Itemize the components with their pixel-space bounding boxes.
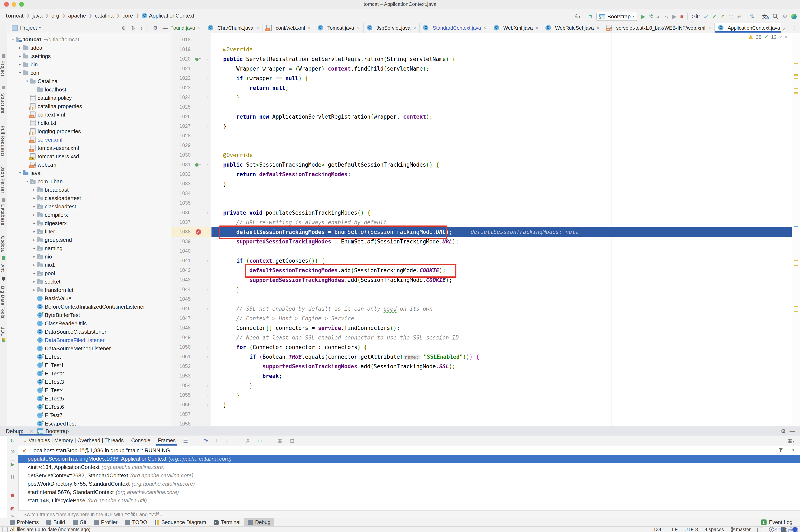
prev-problem-icon[interactable]: ˅ — [779, 34, 782, 40]
chevron-down-icon[interactable]: ▾ — [17, 171, 23, 175]
project-tree-item[interactable]: XStomcat-users.xsd — [7, 152, 171, 160]
tab-close-icon[interactable]: × — [308, 25, 311, 30]
code-line-1033[interactable]: 1033▵} — [171, 179, 792, 189]
step-out-icon[interactable]: ↑ — [236, 438, 238, 443]
mute-breakpoints-icon[interactable] — [7, 507, 18, 512]
project-tree-item[interactable]: CELTest4 — [7, 386, 171, 394]
search-icon[interactable] — [772, 13, 779, 19]
code-line-1018[interactable]: 1018 — [171, 35, 792, 45]
project-tree-item[interactable]: ▾Catalina — [7, 77, 171, 85]
chevron-right-icon[interactable]: ▸ — [31, 288, 37, 292]
code-line-1054[interactable]: 1054▵ } — [171, 381, 792, 391]
tab-frames[interactable]: Frames — [158, 438, 176, 443]
tab-close-icon[interactable]: × — [256, 25, 259, 30]
fold-marker[interactable]: ▿ — [203, 54, 212, 64]
chevron-down-icon[interactable]: ▾ — [17, 71, 23, 75]
chevron-right-icon[interactable]: ▸ — [31, 221, 37, 225]
code-line-1040[interactable]: 1040 — [171, 246, 792, 256]
project-tree-item[interactable]: <>server.xml — [7, 135, 171, 144]
chevron-right-icon[interactable]: ▸ — [17, 54, 23, 58]
override-gutter-icon[interactable]: ↑ — [193, 160, 203, 170]
inspection-widget[interactable]: 38 ✔ 12 ˅ ˅︀ — [748, 34, 787, 40]
stripe-label-pull-requests[interactable]: Pull Requests — [0, 126, 5, 157]
editor-tab[interactable]: CTomcat.java× — [314, 23, 363, 33]
project-tree-item[interactable]: ▸socket — [7, 277, 171, 286]
project-tree-item[interactable]: ▸.settings — [7, 52, 171, 60]
code-line-1053[interactable]: 1053 break; — [171, 371, 792, 381]
close-session-icon[interactable]: ✕ — [29, 428, 34, 434]
toolwindow-button-debug[interactable]: Debug — [244, 518, 274, 527]
toolwindow-button-sequence-diagram[interactable]: Sequence Diagram — [151, 518, 210, 527]
project-tree-item[interactable]: CELTest1 — [7, 361, 171, 369]
tab-console[interactable]: Console — [131, 438, 150, 443]
error-stripe[interactable] — [792, 33, 800, 426]
codota-terminal-icon[interactable] — [2, 256, 5, 260]
chevron-right-icon[interactable]: ▸ — [17, 46, 23, 50]
fold-marker[interactable]: ▵ — [203, 93, 212, 102]
code-line-1031[interactable]: 1031↑▿public Set<SessionTrackingMode> ge… — [171, 160, 792, 170]
stripe-label-codota[interactable]: Codota — [0, 236, 5, 252]
line-ending[interactable]: LF — [672, 527, 678, 532]
code-line-1049[interactable]: 1049 // Need at least one SSL enabled co… — [171, 333, 792, 342]
project-tree-item[interactable]: catalina.policy — [7, 94, 171, 102]
code-line-1045[interactable]: 1045 — [171, 294, 792, 304]
project-tree-item[interactable]: ▾com.luban — [7, 177, 171, 185]
project-tree-item[interactable]: CELTest6 — [7, 402, 171, 411]
project-tree-item[interactable]: CDataSourceMethodListener — [7, 344, 171, 353]
code-line-1027[interactable]: 1027▵} — [171, 121, 792, 131]
toolwindow-button-build[interactable]: Build — [43, 518, 69, 527]
project-tree-item[interactable]: ▸transformlet — [7, 286, 171, 294]
profiler-button[interactable]: ◔▾ — [663, 13, 669, 19]
jol-icon[interactable] — [2, 338, 5, 342]
stack-frame-row[interactable]: getServletContext:2632, StandardContext(… — [18, 472, 800, 480]
editor-tab[interactable]: <>conf/web.xml× — [263, 23, 314, 33]
restore-layout-icon[interactable]: ⊞ — [290, 437, 294, 444]
toolwindow-button-terminal[interactable]: >_Terminal — [210, 518, 244, 527]
event-log-button[interactable]: 1Event Log — [761, 519, 793, 525]
chevron-right-icon[interactable]: ▸ — [31, 188, 37, 191]
fold-marker[interactable]: ▿ — [203, 256, 212, 266]
next-problem-icon[interactable]: ˅︀ — [784, 34, 787, 40]
stack-frame-row[interactable]: postWorkDirectory:6755, StandardContext(… — [18, 480, 800, 488]
project-tree-item[interactable]: ▸nio1 — [7, 261, 171, 269]
debug-settings-gear-icon[interactable]: ⚙ — [781, 428, 786, 434]
project-tree-item[interactable]: localhost — [7, 85, 171, 94]
editor-tab[interactable]: <>servelet-test-1.0_bak/WEB-INF/web.xml× — [603, 23, 715, 33]
project-tree-item[interactable]: CClassReaderUtils — [7, 319, 171, 327]
code-line-1019[interactable]: 1019@Override — [171, 45, 792, 54]
chevron-down-icon[interactable]: ▾ — [10, 37, 16, 41]
project-tree-item[interactable]: ▸digesterx — [7, 219, 171, 227]
project-tree-item[interactable]: <>web.xml — [7, 160, 171, 169]
code-line-1026[interactable]: 1026 return new ApplicationServletRegist… — [171, 112, 792, 121]
toolwindow-button-todo[interactable]: TODO — [121, 518, 151, 527]
breadcrumb-item[interactable]: core — [123, 13, 133, 19]
tabs-more-icon[interactable]: ⋮ — [792, 25, 797, 31]
collapse-all-icon[interactable]: ↕ — [140, 25, 143, 31]
toolwindow-button-git[interactable]: Git — [69, 518, 90, 527]
stripe-label-project[interactable]: Project — [0, 60, 5, 76]
status-window-icon[interactable] — [2, 527, 7, 532]
project-tree-item[interactable]: ▸group.send — [7, 235, 171, 244]
layout-list-icon[interactable]: ☰ — [183, 437, 188, 444]
stripe-label-big-data-tools[interactable]: Big Data Tools — [0, 286, 5, 318]
sync-icon[interactable]: ⇅ — [750, 13, 754, 19]
stop-debug-icon[interactable]: ■ — [7, 492, 18, 498]
rerun-icon[interactable]: ↻ — [7, 438, 18, 444]
fold-marker[interactable]: ▿ — [203, 74, 212, 83]
indent-setting[interactable]: 4 spaces — [705, 527, 724, 532]
project-tree-item[interactable]: CBasicValue — [7, 294, 171, 302]
lock-icon[interactable] — [757, 527, 762, 532]
tab-close-icon[interactable]: × — [535, 25, 538, 30]
stripe-mark[interactable] — [794, 78, 798, 79]
code-line-1044[interactable]: 1044▵ } — [171, 285, 792, 294]
code-line-1056[interactable]: 1056▵} — [171, 400, 792, 410]
breadcrumb[interactable]: tomcat❯java❯org❯apache❯catalina❯core❯CAp… — [6, 13, 194, 19]
project-tree-item[interactable]: ▾tomcat~/gitlab/tomcat — [7, 35, 171, 43]
debug-settings-icon[interactable]: ⚒ — [7, 449, 18, 455]
project-panel-header[interactable]: Project ▾ ⊕ ⇅ ↕ ⚙ — — [7, 23, 171, 33]
locate-file-icon[interactable]: ⊕ — [122, 25, 126, 31]
stop-button[interactable]: ■ — [680, 13, 684, 19]
pause-icon[interactable] — [7, 474, 18, 480]
editor-tab[interactable]: tFound.java× — [171, 23, 204, 33]
stripe-mark[interactable] — [794, 63, 798, 64]
